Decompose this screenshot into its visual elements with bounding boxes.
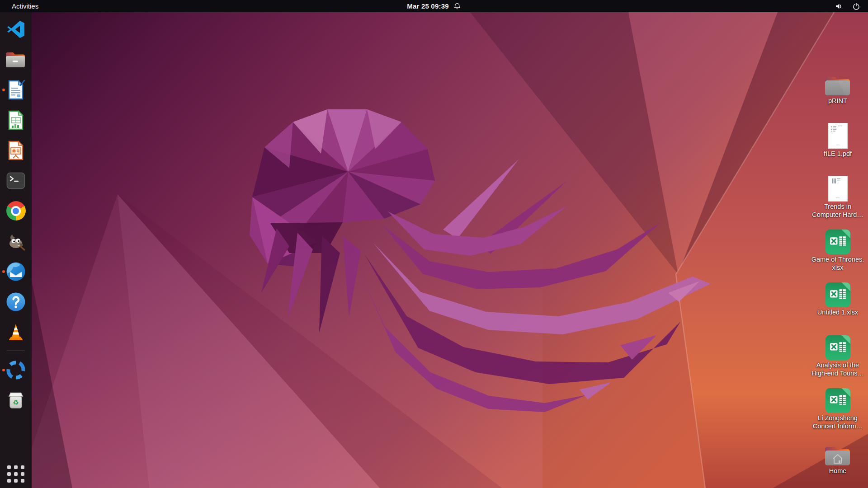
desktop-icon-trends-document[interactable]: Trends in Computer Hard… <box>808 174 867 226</box>
desktop-icon-file1-pdf[interactable]: fILE 1.pdf <box>808 121 867 174</box>
clock-button[interactable]: Mar 25 09:39 <box>401 0 466 12</box>
vlc-icon <box>6 322 26 342</box>
recycle-glyph: ♻ <box>13 399 19 405</box>
app-grid-icon <box>7 465 24 483</box>
document-icon <box>828 176 848 202</box>
desktop-icon-analysis-xlsx[interactable]: Analysis of the High-end Touris… <box>808 332 867 385</box>
desktop-icon-label: pRINT <box>828 97 847 105</box>
desktop-icon-label: Game of Thrones. xlsx <box>811 256 864 272</box>
dock-item-app-grid[interactable] <box>0 463 32 488</box>
desktop-icon-print-folder[interactable]: pRINT <box>808 68 867 121</box>
desktop-icon-li-zongsheng-xlsx[interactable]: Li Zongsheng Concert Inform… <box>808 385 867 438</box>
dock-item-vscode[interactable] <box>0 14 32 44</box>
dock-item-libreoffice-writer[interactable] <box>0 75 32 105</box>
running-indicator <box>2 369 5 371</box>
spreadsheet-icon <box>826 282 850 307</box>
desktop-icon-label: Trends in Computer Hard… <box>812 203 863 219</box>
ubuntu-desktop: Activities Mar 25 09:39 <box>0 0 868 488</box>
desktop-icon-game-of-thrones-xlsx[interactable]: Game of Thrones. xlsx <box>808 226 867 279</box>
wallpaper-jellyfish <box>0 12 868 488</box>
files-folder-icon <box>5 50 26 69</box>
dock-item-thunderbird[interactable] <box>0 256 32 286</box>
running-indicator <box>2 270 5 273</box>
desktop-icon-label: Untitled 1.xlsx <box>817 309 858 317</box>
folder-icon <box>825 75 851 96</box>
dock-item-help[interactable] <box>0 286 32 317</box>
terminal-icon <box>6 172 25 189</box>
dock-item-circular-arrows-app[interactable] <box>0 355 32 385</box>
home-folder-icon <box>825 445 851 466</box>
chrome-icon <box>6 201 26 221</box>
dock-item-libreoffice-impress[interactable] <box>0 135 32 165</box>
clock-label: Mar 25 09:39 <box>407 2 448 10</box>
desktop-icon-untitled1-xlsx[interactable]: Untitled 1.xlsx <box>808 279 867 332</box>
desktop-icon-label: Home <box>829 467 847 475</box>
desktop-icon-label: Analysis of the High-end Touris… <box>811 361 864 377</box>
top-bar: Activities Mar 25 09:39 <box>0 0 868 12</box>
desktop-icon-home-folder[interactable]: Home <box>808 438 867 488</box>
notification-bell-icon <box>454 3 461 10</box>
dock-item-chrome[interactable] <box>0 196 32 226</box>
spreadsheet-icon <box>826 230 850 254</box>
pdf-document-icon <box>828 123 848 149</box>
libreoffice-writer-icon <box>6 80 25 100</box>
running-indicator <box>2 89 5 91</box>
power-icon <box>853 3 860 10</box>
dock-item-trash[interactable]: ♻ <box>0 385 32 415</box>
dock: ♻ <box>0 12 32 488</box>
desktop-icon-label: Li Zongsheng Concert Inform… <box>813 414 863 430</box>
dock-separator <box>7 351 25 351</box>
volume-icon <box>835 3 843 10</box>
circular-arrows-app-icon <box>6 360 26 380</box>
help-icon <box>6 292 26 312</box>
dock-item-gimp[interactable] <box>0 226 32 256</box>
dock-item-libreoffice-calc[interactable] <box>0 105 32 135</box>
libreoffice-impress-icon <box>6 141 25 160</box>
gimp-icon <box>6 231 26 251</box>
activities-button[interactable]: Activities <box>7 1 43 11</box>
desktop-icon-grid: pRINT fILE 1.pdf <box>808 68 867 488</box>
desktop-icon-label: fILE 1.pdf <box>824 150 852 158</box>
system-status-area[interactable] <box>827 0 868 12</box>
dock-item-vlc[interactable] <box>0 317 32 347</box>
thunderbird-icon <box>6 262 26 282</box>
libreoffice-calc-icon <box>6 110 25 130</box>
spreadsheet-icon <box>826 335 850 360</box>
vscode-icon <box>6 19 26 39</box>
dock-item-files[interactable] <box>0 44 32 75</box>
spreadsheet-icon <box>826 388 850 413</box>
dock-item-terminal[interactable] <box>0 165 32 196</box>
